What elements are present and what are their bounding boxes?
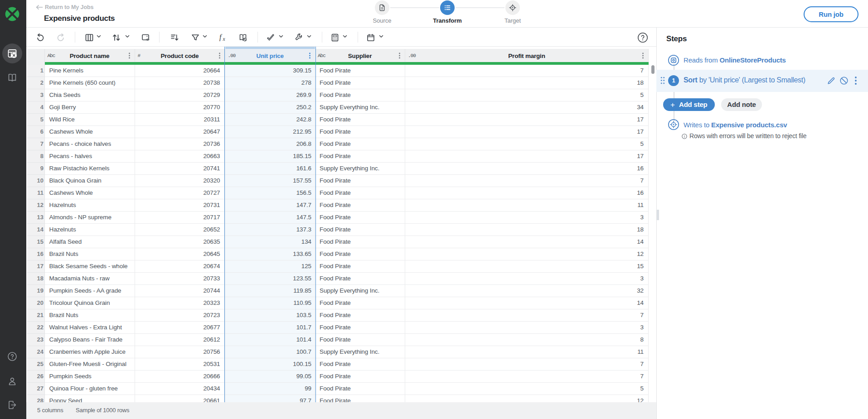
svg-text:x: x <box>223 36 226 42</box>
svg-text:f: f <box>219 33 223 41</box>
